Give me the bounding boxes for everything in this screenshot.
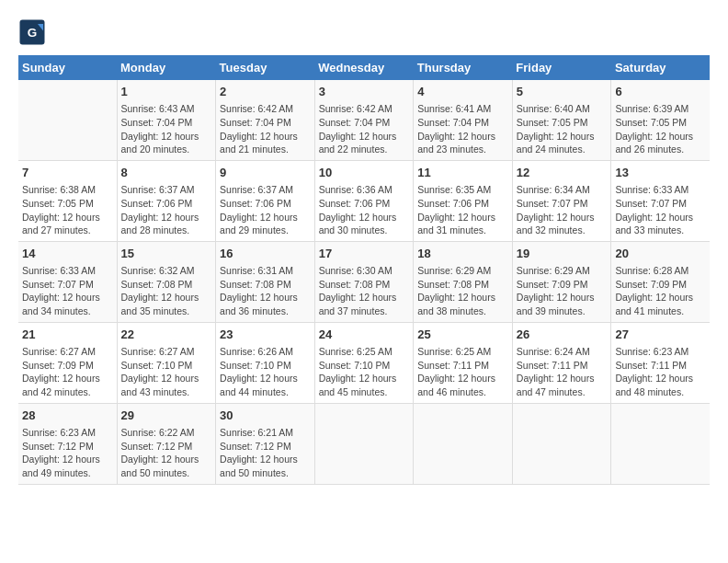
day-number: 4 (417, 84, 508, 100)
day-number: 12 (517, 165, 608, 181)
calendar-cell: 7Sunrise: 6:38 AM Sunset: 7:05 PM Daylig… (18, 160, 117, 241)
day-number: 15 (121, 246, 212, 262)
calendar-cell: 5Sunrise: 6:40 AM Sunset: 7:05 PM Daylig… (512, 80, 611, 160)
day-info: Sunrise: 6:43 AM Sunset: 7:04 PM Dayligh… (121, 102, 212, 156)
calendar-cell: 12Sunrise: 6:34 AM Sunset: 7:07 PM Dayli… (512, 160, 611, 241)
day-info: Sunrise: 6:37 AM Sunset: 7:06 PM Dayligh… (220, 183, 311, 237)
day-info: Sunrise: 6:39 AM Sunset: 7:05 PM Dayligh… (615, 102, 706, 156)
day-info: Sunrise: 6:29 AM Sunset: 7:08 PM Dayligh… (417, 264, 508, 318)
day-number: 19 (517, 246, 608, 262)
day-number: 25 (417, 327, 508, 343)
day-number: 18 (417, 246, 508, 262)
day-info: Sunrise: 6:31 AM Sunset: 7:08 PM Dayligh… (220, 264, 311, 318)
calendar-week-1: 1Sunrise: 6:43 AM Sunset: 7:04 PM Daylig… (18, 80, 710, 160)
calendar-week-5: 28Sunrise: 6:23 AM Sunset: 7:12 PM Dayli… (18, 403, 710, 484)
svg-text:G: G (28, 26, 38, 40)
calendar-cell: 15Sunrise: 6:32 AM Sunset: 7:08 PM Dayli… (117, 241, 216, 322)
day-number: 3 (319, 84, 410, 100)
calendar-cell: 18Sunrise: 6:29 AM Sunset: 7:08 PM Dayli… (414, 241, 513, 322)
day-info: Sunrise: 6:33 AM Sunset: 7:07 PM Dayligh… (615, 183, 706, 237)
calendar-cell: 10Sunrise: 6:36 AM Sunset: 7:06 PM Dayli… (314, 160, 414, 241)
calendar-cell: 17Sunrise: 6:30 AM Sunset: 7:08 PM Dayli… (314, 241, 414, 322)
calendar-cell: 9Sunrise: 6:37 AM Sunset: 7:06 PM Daylig… (216, 160, 315, 241)
calendar-cell: 6Sunrise: 6:39 AM Sunset: 7:05 PM Daylig… (611, 80, 710, 160)
day-number: 28 (22, 408, 113, 424)
calendar-cell: 24Sunrise: 6:25 AM Sunset: 7:10 PM Dayli… (314, 322, 414, 403)
header-cell-monday: Monday (117, 55, 216, 80)
day-number: 11 (417, 165, 508, 181)
day-info: Sunrise: 6:27 AM Sunset: 7:09 PM Dayligh… (22, 345, 113, 399)
logo-icon: G (18, 18, 46, 46)
header-cell-tuesday: Tuesday (216, 55, 315, 80)
calendar-week-3: 14Sunrise: 6:33 AM Sunset: 7:07 PM Dayli… (18, 241, 710, 322)
header-cell-wednesday: Wednesday (314, 55, 414, 80)
page-header: G (18, 18, 710, 46)
day-number: 16 (220, 246, 311, 262)
calendar-cell: 30Sunrise: 6:21 AM Sunset: 7:12 PM Dayli… (216, 403, 315, 484)
calendar-cell: 20Sunrise: 6:28 AM Sunset: 7:09 PM Dayli… (611, 241, 710, 322)
day-info: Sunrise: 6:42 AM Sunset: 7:04 PM Dayligh… (319, 102, 410, 156)
calendar-cell (18, 80, 117, 160)
day-info: Sunrise: 6:32 AM Sunset: 7:08 PM Dayligh… (121, 264, 212, 318)
day-number: 29 (121, 408, 212, 424)
calendar-cell: 2Sunrise: 6:42 AM Sunset: 7:04 PM Daylig… (216, 80, 315, 160)
calendar-body: 1Sunrise: 6:43 AM Sunset: 7:04 PM Daylig… (18, 80, 710, 484)
calendar-cell: 11Sunrise: 6:35 AM Sunset: 7:06 PM Dayli… (414, 160, 513, 241)
day-info: Sunrise: 6:38 AM Sunset: 7:05 PM Dayligh… (22, 183, 113, 237)
calendar-cell: 3Sunrise: 6:42 AM Sunset: 7:04 PM Daylig… (314, 80, 414, 160)
calendar-cell: 25Sunrise: 6:25 AM Sunset: 7:11 PM Dayli… (414, 322, 513, 403)
calendar-table: SundayMondayTuesdayWednesdayThursdayFrid… (18, 55, 710, 485)
day-number: 27 (615, 327, 706, 343)
calendar-cell: 14Sunrise: 6:33 AM Sunset: 7:07 PM Dayli… (18, 241, 117, 322)
day-info: Sunrise: 6:25 AM Sunset: 7:11 PM Dayligh… (417, 345, 508, 399)
day-number: 21 (22, 327, 113, 343)
calendar-cell: 4Sunrise: 6:41 AM Sunset: 7:04 PM Daylig… (414, 80, 513, 160)
calendar-cell (611, 403, 710, 484)
calendar-cell: 13Sunrise: 6:33 AM Sunset: 7:07 PM Dayli… (611, 160, 710, 241)
day-number: 7 (22, 165, 113, 181)
day-number: 2 (220, 84, 311, 100)
day-info: Sunrise: 6:27 AM Sunset: 7:10 PM Dayligh… (121, 345, 212, 399)
day-number: 26 (517, 327, 608, 343)
calendar-week-4: 21Sunrise: 6:27 AM Sunset: 7:09 PM Dayli… (18, 322, 710, 403)
calendar-cell: 26Sunrise: 6:24 AM Sunset: 7:11 PM Dayli… (512, 322, 611, 403)
calendar-cell: 19Sunrise: 6:29 AM Sunset: 7:09 PM Dayli… (512, 241, 611, 322)
day-info: Sunrise: 6:28 AM Sunset: 7:09 PM Dayligh… (615, 264, 706, 318)
day-number: 10 (319, 165, 410, 181)
calendar-cell: 21Sunrise: 6:27 AM Sunset: 7:09 PM Dayli… (18, 322, 117, 403)
day-info: Sunrise: 6:33 AM Sunset: 7:07 PM Dayligh… (22, 264, 113, 318)
calendar-cell: 23Sunrise: 6:26 AM Sunset: 7:10 PM Dayli… (216, 322, 315, 403)
day-info: Sunrise: 6:35 AM Sunset: 7:06 PM Dayligh… (417, 183, 508, 237)
day-number: 20 (615, 246, 706, 262)
day-info: Sunrise: 6:23 AM Sunset: 7:11 PM Dayligh… (615, 345, 706, 399)
day-info: Sunrise: 6:25 AM Sunset: 7:10 PM Dayligh… (319, 345, 410, 399)
header-row: SundayMondayTuesdayWednesdayThursdayFrid… (18, 55, 710, 80)
calendar-cell: 22Sunrise: 6:27 AM Sunset: 7:10 PM Dayli… (117, 322, 216, 403)
day-number: 23 (220, 327, 311, 343)
day-info: Sunrise: 6:36 AM Sunset: 7:06 PM Dayligh… (319, 183, 410, 237)
day-number: 8 (121, 165, 212, 181)
day-number: 9 (220, 165, 311, 181)
day-number: 24 (319, 327, 410, 343)
header-cell-sunday: Sunday (18, 55, 117, 80)
day-number: 6 (615, 84, 706, 100)
header-cell-friday: Friday (512, 55, 611, 80)
day-info: Sunrise: 6:24 AM Sunset: 7:11 PM Dayligh… (517, 345, 608, 399)
calendar-cell (414, 403, 513, 484)
calendar-cell: 28Sunrise: 6:23 AM Sunset: 7:12 PM Dayli… (18, 403, 117, 484)
calendar-cell: 16Sunrise: 6:31 AM Sunset: 7:08 PM Dayli… (216, 241, 315, 322)
day-info: Sunrise: 6:41 AM Sunset: 7:04 PM Dayligh… (417, 102, 508, 156)
day-info: Sunrise: 6:21 AM Sunset: 7:12 PM Dayligh… (220, 426, 311, 480)
header-cell-saturday: Saturday (611, 55, 710, 80)
day-number: 1 (121, 84, 212, 100)
calendar-cell (314, 403, 414, 484)
day-info: Sunrise: 6:37 AM Sunset: 7:06 PM Dayligh… (121, 183, 212, 237)
calendar-week-2: 7Sunrise: 6:38 AM Sunset: 7:05 PM Daylig… (18, 160, 710, 241)
day-info: Sunrise: 6:23 AM Sunset: 7:12 PM Dayligh… (22, 426, 113, 480)
day-info: Sunrise: 6:42 AM Sunset: 7:04 PM Dayligh… (220, 102, 311, 156)
calendar-cell: 1Sunrise: 6:43 AM Sunset: 7:04 PM Daylig… (117, 80, 216, 160)
day-number: 14 (22, 246, 113, 262)
calendar-cell (512, 403, 611, 484)
day-info: Sunrise: 6:29 AM Sunset: 7:09 PM Dayligh… (517, 264, 608, 318)
header-cell-thursday: Thursday (414, 55, 513, 80)
